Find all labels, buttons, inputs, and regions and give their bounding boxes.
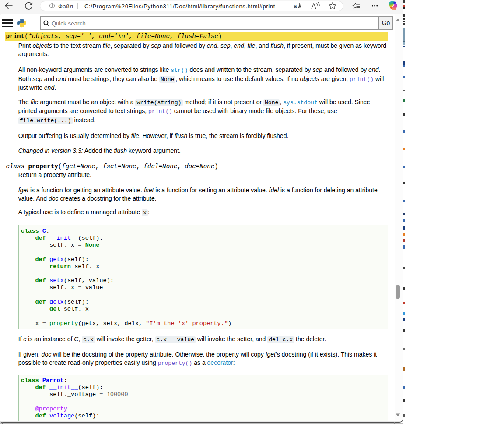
svg-text:a: a	[294, 3, 297, 9]
